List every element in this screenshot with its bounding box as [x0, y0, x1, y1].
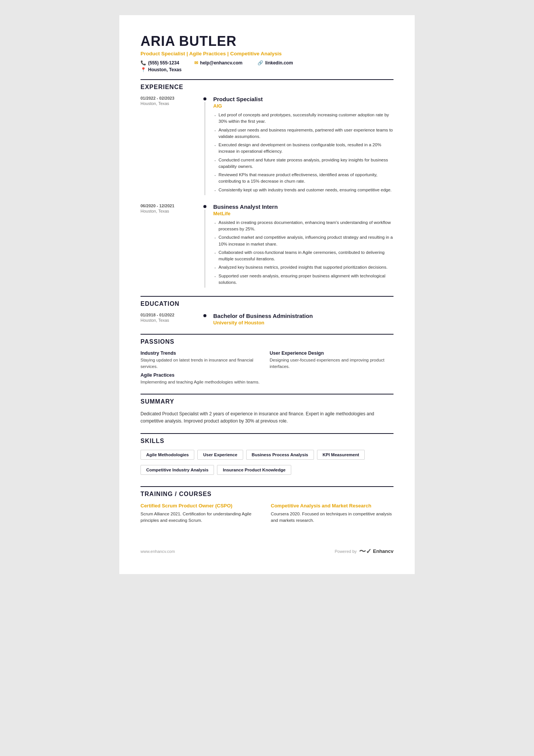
passion-agile: Agile Practices Implementing and teachin…: [141, 373, 393, 385]
experience-divider: [141, 79, 393, 80]
footer-powered: Powered by 〜✓ Enhancv: [335, 547, 393, 556]
job1-timeline: [201, 96, 209, 195]
experience-title: EXPERIENCE: [141, 84, 393, 91]
skill-cia: Competitive Industry Analysis: [141, 465, 214, 475]
job1-bullet-5: Reviewed KPIs that measure product effec…: [213, 172, 393, 185]
passion-1-desc: Staying updated on latest trends in insu…: [141, 357, 264, 370]
summary-divider: [141, 394, 393, 394]
job2-content: Business Analyst Intern MetLife Assisted…: [209, 203, 393, 288]
experience-item-2: 06/2020 - 12/2021 Houston, Texas Busines…: [141, 203, 393, 288]
header: ARIA BUTLER Product Specialist | Agile P…: [141, 33, 393, 72]
education-section: EDUCATION 01/2018 - 01/2022 Houston, Tex…: [141, 301, 393, 326]
job2-bullet-3: Collaborated with cross-functional teams…: [213, 249, 393, 263]
job1-date: 01/2022 - 02/2023: [141, 96, 197, 100]
candidate-name: ARIA BUTLER: [141, 33, 393, 49]
skill-kpi: KPI Measurement: [317, 450, 365, 460]
passion-3-title: Agile Practices: [141, 373, 393, 378]
job2-bullet-1: Assisted in creating process documentati…: [213, 219, 393, 233]
edu1-degree: Bachelor of Business Administration: [213, 313, 393, 319]
passions-divider: [141, 334, 393, 335]
phone-icon: 📞: [141, 60, 146, 66]
brand-name: Enhancv: [373, 548, 393, 554]
job2-dot: [203, 205, 206, 208]
job1-bullet-1: Led proof of concepts and prototypes, su…: [213, 112, 393, 125]
training-divider: [141, 486, 393, 487]
experience-section: EXPERIENCE 01/2022 - 02/2023 Houston, Te…: [141, 84, 393, 288]
job1-line: [205, 102, 205, 195]
job1-bullet-6: Consistently kept up with industry trend…: [213, 187, 393, 193]
skills-section: SKILLS Agile Methodologies User Experien…: [141, 438, 393, 478]
edu1-location: Houston, Texas: [141, 318, 197, 322]
email-address: help@enhancv.com: [200, 60, 242, 66]
training-grid: Certified Scrum Product Owner (CSPO) Scr…: [141, 503, 393, 524]
job1-bullet-2: Analyzed user needs and business require…: [213, 127, 393, 140]
job1-bullet-3: Executed design and development on busin…: [213, 142, 393, 155]
passion-industry-trends: Industry Trends Staying updated on lates…: [141, 351, 264, 370]
phone-number: (555) 555-1234: [148, 60, 179, 66]
location-row: 📍 Houston, Texas: [141, 67, 393, 72]
job2-bullet-5: Supported user needs analysis, ensuring …: [213, 273, 393, 286]
contact-row: 📞 (555) 555-1234 ✉ help@enhancv.com 🔗 li…: [141, 60, 393, 66]
email-contact: ✉ help@enhancv.com: [194, 60, 242, 66]
job2-date-location: 06/2020 - 12/2021 Houston, Texas: [141, 203, 201, 288]
phone-contact: 📞 (555) 555-1234: [141, 60, 179, 66]
training-section: TRAINING / COURSES Certified Scrum Produ…: [141, 491, 393, 524]
passion-2-title: User Experience Design: [270, 351, 393, 356]
skill-bpa: Business Process Analysis: [246, 450, 314, 460]
skills-row-1: Agile Methodologies User Experience Busi…: [141, 450, 393, 463]
email-icon: ✉: [194, 60, 198, 66]
footer: www.enhancv.com Powered by 〜✓ Enhancv: [141, 543, 393, 556]
training-title: TRAINING / COURSES: [141, 491, 393, 498]
passion-1-title: Industry Trends: [141, 351, 264, 356]
job2-location: Houston, Texas: [141, 209, 197, 213]
link-icon: 🔗: [258, 60, 263, 66]
training-1-title: Certified Scrum Product Owner (CSPO): [141, 503, 263, 509]
education-item-1: 01/2018 - 01/2022 Houston, Texas Bachelo…: [141, 313, 393, 326]
skills-title: SKILLS: [141, 438, 393, 445]
job1-bullet-4: Conducted current and future state proce…: [213, 157, 393, 170]
passion-2-desc: Designing user-focused experiences and i…: [270, 357, 393, 370]
edu1-date-location: 01/2018 - 01/2022 Houston, Texas: [141, 313, 201, 326]
job1-dot: [203, 97, 206, 100]
logo-symbol: 〜✓: [359, 547, 372, 556]
job1-company: AIG: [213, 103, 393, 109]
passions-title: PASSIONS: [141, 338, 393, 345]
job1-date-location: 01/2022 - 02/2023 Houston, Texas: [141, 96, 201, 195]
resume-page: ARIA BUTLER Product Specialist | Agile P…: [119, 15, 415, 574]
summary-title: SUMMARY: [141, 398, 393, 405]
edu1-school: University of Houston: [213, 320, 393, 326]
skill-agile: Agile Methodologies: [141, 450, 194, 460]
skills-divider: [141, 433, 393, 434]
passions-grid: Industry Trends Staying updated on lates…: [141, 351, 393, 370]
powered-by-label: Powered by: [335, 549, 357, 554]
edu1-date: 01/2018 - 01/2022: [141, 313, 197, 317]
job1-role: Product Specialist: [213, 96, 393, 102]
education-divider: [141, 296, 393, 297]
candidate-title: Product Specialist | Agile Practices | C…: [141, 51, 393, 56]
training-1-desc: Scrum Alliance 2021. Certification for u…: [141, 511, 263, 524]
training-item-1: Certified Scrum Product Owner (CSPO) Scr…: [141, 503, 263, 524]
skill-ux: User Experience: [197, 450, 243, 460]
passion-ux-design: User Experience Design Designing user-fo…: [270, 351, 393, 370]
experience-item-1: 01/2022 - 02/2023 Houston, Texas Product…: [141, 96, 393, 195]
job2-role: Business Analyst Intern: [213, 203, 393, 210]
skills-row-2: Competitive Industry Analysis Insurance …: [141, 465, 393, 478]
passions-section: PASSIONS Industry Trends Staying updated…: [141, 338, 393, 385]
edu1-content: Bachelor of Business Administration Univ…: [209, 313, 393, 326]
summary-text: Dedicated Product Specialist with 2 year…: [141, 410, 393, 425]
summary-section: SUMMARY Dedicated Product Specialist wit…: [141, 398, 393, 425]
training-item-2: Competitive Analysis and Market Research…: [271, 503, 393, 524]
job2-bullet-2: Conducted market and competitive analysi…: [213, 234, 393, 247]
job2-bullets: Assisted in creating process documentati…: [213, 219, 393, 286]
training-2-title: Competitive Analysis and Market Research: [271, 503, 393, 509]
job1-content: Product Specialist AIG Led proof of conc…: [209, 96, 393, 195]
edu1-timeline: [201, 313, 209, 326]
job2-company: MetLife: [213, 211, 393, 216]
location-text: Houston, Texas: [148, 67, 181, 72]
job1-bullets: Led proof of concepts and prototypes, su…: [213, 112, 393, 193]
passion-3-desc: Implementing and teaching Agile methodol…: [141, 379, 393, 385]
location-icon: 📍: [141, 67, 146, 72]
job1-location: Houston, Texas: [141, 101, 197, 106]
linkedin-contact[interactable]: 🔗 linkedin.com: [258, 60, 293, 66]
job2-bullet-4: Analyzed key business metrics, provided …: [213, 264, 393, 271]
